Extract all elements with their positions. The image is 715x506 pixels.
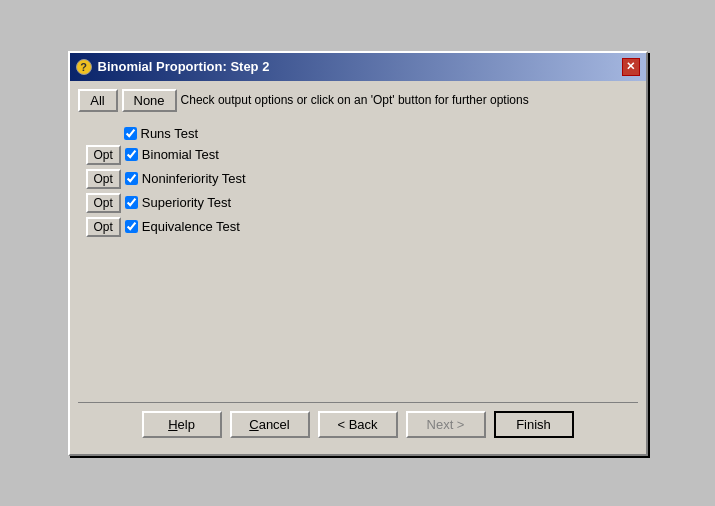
option-row-runs-test: Runs Test: [86, 126, 630, 141]
opt-button-noninferiority[interactable]: Opt: [86, 169, 121, 189]
label-noninferiority-test: Noninferiority Test: [142, 171, 246, 186]
none-button[interactable]: None: [122, 89, 177, 112]
option-row-binomial-test: Opt Binomial Test: [86, 145, 630, 165]
checkbox-superiority-test[interactable]: Superiority Test: [125, 195, 231, 210]
help-button[interactable]: Help: [142, 411, 222, 438]
help-icon: ?: [76, 59, 92, 75]
window-body: All None Check output options or click o…: [70, 81, 646, 454]
top-bar: All None Check output options or click o…: [78, 89, 638, 112]
option-row-equivalence-test: Opt Equivalence Test: [86, 217, 630, 237]
footer: Help Cancel < Back Next > Finish: [78, 402, 638, 446]
checkbox-input-superiority[interactable]: [125, 196, 138, 209]
back-button[interactable]: < Back: [318, 411, 398, 438]
checkbox-noninferiority-test[interactable]: Noninferiority Test: [125, 171, 246, 186]
checkbox-input-equivalence[interactable]: [125, 220, 138, 233]
all-button[interactable]: All: [78, 89, 118, 112]
main-window: ? Binomial Proportion: Step 2 ✕ All None…: [68, 51, 648, 456]
finish-button[interactable]: Finish: [494, 411, 574, 438]
opt-button-binomial[interactable]: Opt: [86, 145, 121, 165]
title-bar: ? Binomial Proportion: Step 2 ✕: [70, 53, 646, 81]
opt-button-equivalence[interactable]: Opt: [86, 217, 121, 237]
checkbox-equivalence-test[interactable]: Equivalence Test: [125, 219, 240, 234]
close-button[interactable]: ✕: [622, 58, 640, 76]
option-row-superiority-test: Opt Superiority Test: [86, 193, 630, 213]
checkbox-input-runs-test[interactable]: [124, 127, 137, 140]
window-title: Binomial Proportion: Step 2: [98, 59, 270, 74]
label-equivalence-test: Equivalence Test: [142, 219, 240, 234]
checkbox-input-noninferiority[interactable]: [125, 172, 138, 185]
checkbox-input-binomial[interactable]: [125, 148, 138, 161]
checkbox-runs-test[interactable]: Runs Test: [124, 126, 199, 141]
title-bar-left: ? Binomial Proportion: Step 2: [76, 59, 270, 75]
cancel-button[interactable]: Cancel: [230, 411, 310, 438]
checkbox-binomial-test[interactable]: Binomial Test: [125, 147, 219, 162]
label-runs-test: Runs Test: [141, 126, 199, 141]
label-binomial-test: Binomial Test: [142, 147, 219, 162]
label-superiority-test: Superiority Test: [142, 195, 231, 210]
content-area: Runs Test Opt Binomial Test Opt Noninfer…: [78, 122, 638, 402]
instruction-text: Check output options or click on an 'Opt…: [181, 93, 638, 107]
opt-button-superiority[interactable]: Opt: [86, 193, 121, 213]
next-button: Next >: [406, 411, 486, 438]
option-row-noninferiority-test: Opt Noninferiority Test: [86, 169, 630, 189]
